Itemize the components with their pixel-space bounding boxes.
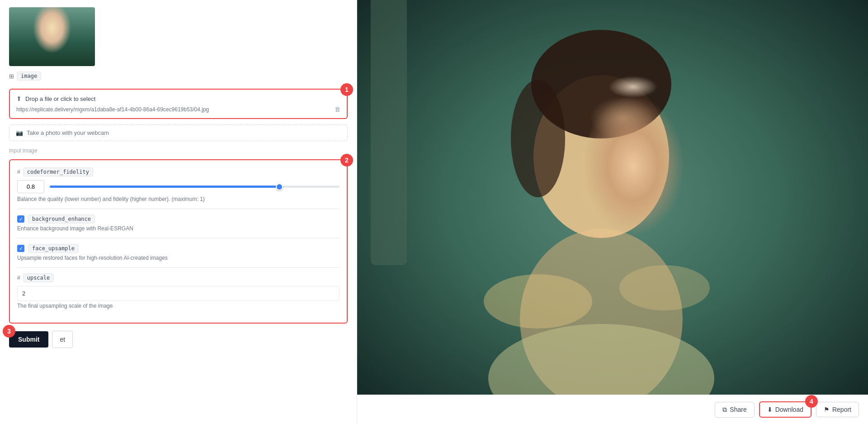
bg-enhance-desc: Enhance background image with Real-ESRGA…: [17, 225, 340, 232]
download-label: Download: [775, 406, 803, 413]
face-upsample-param: ✓ face_upsample Upsample restored faces …: [17, 244, 340, 261]
fidelity-desc: Balance the quality (lower number) and f…: [17, 196, 340, 202]
download-button[interactable]: ⬇ Download: [759, 401, 811, 418]
fidelity-slider-row: 0.8: [17, 180, 340, 193]
upscale-desc: The final upsampling scale of the image: [17, 303, 340, 309]
output-image: [357, 0, 868, 395]
upload-icon: ⬆: [16, 95, 22, 102]
fidelity-slider[interactable]: [50, 186, 340, 188]
fidelity-label: codeformer_fidelity: [23, 167, 93, 176]
webcam-row[interactable]: 📷 Take a photo with your webcam: [9, 124, 348, 141]
bg-enhance-param: ✓ background_enhance Enhance background …: [17, 214, 340, 232]
badge-3: 3: [3, 325, 15, 338]
upscale-input[interactable]: 2: [17, 286, 340, 301]
camera-icon: 📷: [16, 129, 23, 136]
webcam-label: Take a photo with your webcam: [27, 129, 109, 136]
right-panel: ⧉ Share 4 ⬇ Download ⚑ Report: [357, 0, 868, 424]
params-section: 2 # codeformer_fidelity 0.8 Balance the …: [9, 159, 348, 324]
action-bar: ⧉ Share 4 ⬇ Download ⚑ Report: [357, 395, 868, 424]
svg-point-4: [511, 80, 565, 197]
fidelity-value-input[interactable]: 0.8: [17, 180, 44, 193]
drop-text: Drop a file or click to select: [25, 95, 95, 102]
submit-button[interactable]: 3 Submit: [9, 331, 48, 348]
svg-point-8: [619, 265, 710, 310]
output-svg: [357, 0, 868, 395]
svg-point-2: [533, 75, 669, 238]
reset-button[interactable]: et: [52, 331, 73, 348]
bg-enhance-label: background_enhance: [28, 214, 95, 224]
face-upsample-checkbox[interactable]: ✓: [17, 245, 24, 252]
svg-point-6: [488, 324, 714, 395]
url-row: https://replicate.delivery/mgxm/a1daba8e…: [16, 106, 340, 113]
share-button[interactable]: ⧉ Share: [715, 402, 754, 418]
svg-point-3: [531, 30, 671, 138]
svg-rect-5: [371, 0, 407, 265]
bg-enhance-checkbox[interactable]: ✓: [17, 215, 24, 223]
badge-1: 1: [340, 83, 353, 96]
upscale-label: upscale: [23, 273, 54, 282]
checkmark-icon-2: ✓: [19, 246, 23, 252]
upload-area[interactable]: 1 ⬆ Drop a file or click to select https…: [9, 89, 348, 119]
input-image-label: Input image: [9, 148, 348, 154]
report-icon: ⚑: [824, 406, 830, 413]
bottom-buttons: 3 Submit et: [9, 331, 348, 348]
checkmark-icon: ✓: [19, 216, 23, 222]
fidelity-header: # codeformer_fidelity: [17, 167, 340, 176]
svg-point-1: [520, 229, 683, 395]
upscale-param: # upscale 2 The final upsampling scale o…: [17, 273, 340, 309]
download-icon: ⬇: [767, 406, 773, 413]
drop-row: ⬆ Drop a file or click to select: [16, 95, 340, 102]
input-thumbnail: [9, 7, 95, 66]
upscale-header: # upscale: [17, 273, 340, 282]
hash-icon-upscale: #: [17, 275, 20, 281]
badge-2: 2: [340, 154, 353, 167]
submit-label: Submit: [18, 336, 39, 343]
face-upsample-desc: Upsample restored faces for high-resolut…: [17, 255, 340, 261]
delete-file-icon[interactable]: 🗑: [335, 106, 340, 113]
svg-rect-0: [357, 0, 868, 395]
reset-label: et: [60, 336, 65, 343]
face-upsample-label: face_upsample: [28, 244, 79, 253]
image-field-row: ⊞ image: [9, 71, 348, 81]
report-button[interactable]: ⚑ Report: [816, 402, 859, 417]
image-field-tag: image: [17, 71, 41, 81]
fidelity-param: # codeformer_fidelity 0.8 Balance the qu…: [17, 167, 340, 202]
share-icon: ⧉: [722, 406, 727, 414]
image-icon: ⊞: [9, 73, 14, 80]
share-label: Share: [730, 406, 746, 413]
download-wrapper: 4 ⬇ Download: [759, 401, 811, 418]
bg-enhance-row: ✓ background_enhance: [17, 214, 340, 224]
report-label: Report: [832, 406, 851, 413]
left-panel: ⊞ image 1 ⬆ Drop a file or click to sele…: [0, 0, 357, 424]
face-upsample-row: ✓ face_upsample: [17, 244, 340, 253]
hash-icon-fidelity: #: [17, 169, 20, 175]
file-url: https://replicate.delivery/mgxm/a1daba8e…: [16, 106, 331, 113]
svg-point-7: [484, 274, 592, 329]
badge-4: 4: [805, 395, 818, 408]
